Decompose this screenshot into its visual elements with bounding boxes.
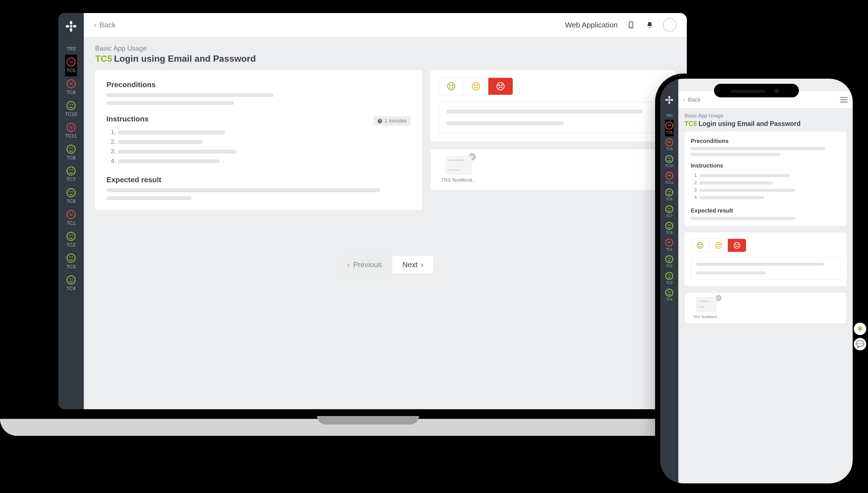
svg-rect-17: [669, 96, 670, 99]
attachment-item[interactable]: × TR3-TestMonit...: [438, 156, 480, 183]
expected-heading: Expected result: [691, 208, 840, 214]
sidebar-item-tc10[interactable]: TC10: [65, 98, 77, 120]
floating-actions: ✱ 💬: [854, 323, 866, 350]
attachment-item[interactable]: × TR3-TestMonit...: [690, 297, 723, 319]
svg-point-7: [448, 83, 455, 90]
sidebar-item-tc2[interactable]: TC2: [665, 253, 673, 270]
sidebar-item-tc1[interactable]: TC1: [665, 237, 673, 253]
app-mobile: TR3TC5TC9TC10TC11TC6TC7TC8TC1TC2TC3TC4 ‹…: [660, 79, 853, 484]
app-desktop: TR3TC5TC9TC10TC11TC6TC7TC8TC1TC2TC3TC4 ‹…: [58, 13, 687, 409]
svg-rect-2: [66, 25, 69, 27]
svg-rect-20: [671, 99, 673, 101]
sidebar-item-tc7[interactable]: TC7: [665, 203, 673, 220]
svg-point-14: [497, 83, 504, 90]
svg-point-11: [474, 85, 475, 85]
svg-rect-19: [665, 99, 668, 101]
topbar: ‹ Back Web Application: [84, 13, 687, 37]
pass-button[interactable]: [691, 239, 710, 252]
instruction-steps: [106, 127, 410, 166]
menu-icon[interactable]: [840, 97, 848, 103]
preconditions-heading: Preconditions: [691, 138, 840, 144]
notifications-icon[interactable]: [644, 20, 655, 30]
fail-button[interactable]: [728, 239, 746, 252]
back-button[interactable]: ‹ Back: [683, 97, 700, 103]
next-button[interactable]: Next ›: [392, 256, 434, 274]
attachment-thumbnail: [696, 297, 717, 312]
sidebar-item-tc4[interactable]: TC4: [65, 273, 77, 294]
svg-rect-1: [70, 28, 72, 32]
app-logo-icon: [665, 96, 674, 104]
sidebar-item-tc7[interactable]: TC7: [65, 164, 77, 185]
sidebar-item-tr3[interactable]: TR3: [65, 42, 77, 55]
sidebar-item-tc10[interactable]: TC10: [665, 153, 673, 170]
sidebar-item-tc3[interactable]: TC3: [65, 251, 77, 273]
svg-point-21: [669, 99, 670, 101]
sidebar-mobile: TR3TC5TC9TC10TC11TC6TC7TC8TC1TC2TC3TC4: [660, 79, 678, 484]
pass-button[interactable]: [439, 78, 464, 95]
svg-rect-3: [73, 25, 77, 27]
result-notes[interactable]: [691, 257, 840, 280]
sidebar-item-tc2[interactable]: TC2: [65, 229, 77, 251]
instructions-heading: Instructions: [106, 115, 149, 123]
preconditions-heading: Preconditions: [106, 80, 410, 89]
caution-button[interactable]: [464, 78, 488, 95]
sidebar-item-tc1[interactable]: TC1: [65, 207, 77, 229]
avatar[interactable]: [663, 18, 677, 32]
attachments-card: × TR3-TestMonit...: [684, 292, 846, 324]
chevron-left-icon: ‹: [94, 21, 97, 28]
svg-point-25: [715, 242, 721, 248]
duration-chip: 1 minutes: [374, 116, 410, 126]
svg-point-30: [736, 244, 736, 245]
sidebar-item-tc5[interactable]: TC5: [665, 120, 673, 136]
back-button[interactable]: ‹ Back: [94, 21, 115, 29]
testcase-category: Basic App Usage: [684, 113, 846, 119]
back-label: Back: [99, 21, 116, 29]
details-card: Preconditions Instructions: [684, 132, 846, 226]
result-card: [684, 232, 846, 286]
sidebar-item-tc8[interactable]: TC8: [665, 220, 673, 237]
device-icon[interactable]: [626, 20, 636, 30]
svg-point-24: [701, 244, 702, 245]
result-notes[interactable]: [439, 102, 667, 133]
attachments-card: × TR3-TestMonit...: [430, 149, 676, 190]
testcase-title: TC5Login using Email and Password: [95, 53, 676, 64]
sidebar-item-tr3[interactable]: TR3: [665, 111, 673, 120]
details-card: Preconditions Instructions 1 minutes: [95, 70, 422, 210]
caution-button[interactable]: [710, 239, 728, 252]
chevron-left-icon: ‹: [347, 260, 350, 269]
sidebar-item-tc3[interactable]: TC3: [665, 270, 673, 287]
sidebar-item-tc11[interactable]: TC11: [665, 170, 673, 187]
previous-button[interactable]: ‹ Previous: [337, 256, 393, 274]
svg-point-26: [717, 244, 718, 245]
sidebar-item-tc8[interactable]: TC8: [65, 185, 77, 207]
fail-button[interactable]: [488, 78, 513, 95]
chat-icon[interactable]: 💬: [854, 338, 866, 350]
instructions-heading: Instructions: [691, 163, 840, 169]
project-name: Web Application: [565, 21, 618, 29]
svg-point-12: [477, 85, 478, 85]
laptop-mockup: TR3TC5TC9TC10TC11TC6TC7TC8TC1TC2TC3TC4 ‹…: [0, 0, 736, 436]
sidebar-item-tc4[interactable]: TC4: [665, 287, 673, 303]
title-strip: Basic App Usage TC5Login using Email and…: [84, 37, 687, 70]
svg-rect-18: [669, 101, 670, 104]
testcase-title: TC5Login using Email and Password: [684, 120, 846, 128]
svg-point-9: [452, 85, 453, 85]
sidebar-item-tc5[interactable]: TC5: [65, 55, 77, 77]
sidebar-item-tc6[interactable]: TC6: [665, 187, 673, 203]
svg-point-22: [697, 242, 703, 248]
chevron-left-icon: ‹: [683, 97, 685, 102]
sidebar-item-tc6[interactable]: TC6: [65, 142, 77, 164]
svg-point-27: [719, 244, 720, 245]
sidebar-item-tc11[interactable]: TC11: [65, 120, 77, 142]
svg-point-10: [472, 83, 480, 90]
app-logo-icon: [65, 20, 77, 32]
sidebar-item-tc9[interactable]: TC9: [665, 136, 673, 153]
result-button-group: [439, 78, 513, 95]
phone-mockup: TR3TC5TC9TC10TC11TC6TC7TC8TC1TC2TC3TC4 ‹…: [655, 73, 858, 489]
sidebar: TR3TC5TC9TC10TC11TC6TC7TC8TC1TC2TC3TC4: [58, 13, 84, 409]
sidebar-item-tc9[interactable]: TC9: [65, 77, 77, 98]
svg-point-29: [734, 242, 740, 248]
bug-icon[interactable]: ✱: [854, 323, 866, 335]
svg-point-23: [699, 244, 700, 245]
attachment-filename: TR3-TestMonit...: [441, 177, 477, 183]
